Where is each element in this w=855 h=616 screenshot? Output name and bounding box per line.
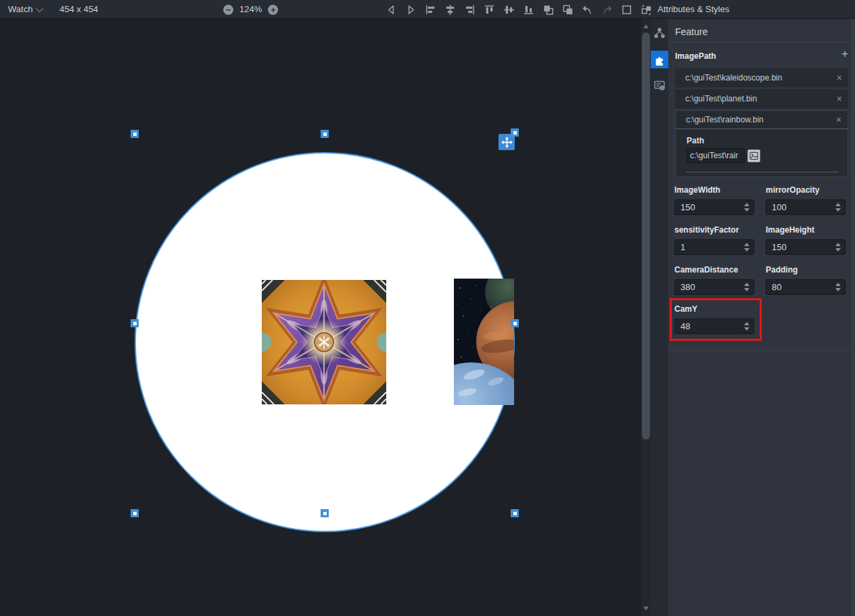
field-label: ImageWidth <box>674 185 754 195</box>
field-label: ImageHeight <box>766 225 846 235</box>
spinner-arrows[interactable] <box>835 283 845 291</box>
design-canvas[interactable] <box>0 19 641 616</box>
imagepath-item-planet[interactable]: c:\guiTest\planet.bin × <box>675 89 848 108</box>
spinner-arrows[interactable] <box>835 243 845 252</box>
field-imagewidth: ImageWidth 150 <box>674 185 754 215</box>
field-label: sensitivityFactor <box>674 225 754 235</box>
imagepath-item-rainbow-expanded: c:\guiTest\rainbow.bin × Path c:\guiTest… <box>675 110 848 177</box>
zoom-out-button[interactable]: − <box>223 5 233 15</box>
spinner-arrows[interactable] <box>744 243 754 252</box>
path-input-row: c:\guiTest\rair <box>687 148 760 163</box>
swap-component-icon[interactable] <box>639 3 653 17</box>
hierarchy-icon[interactable] <box>651 24 668 42</box>
cameradistance-input[interactable]: 380 <box>674 279 754 295</box>
send-to-back-icon[interactable] <box>561 3 575 17</box>
watch-label: Watch <box>8 0 32 19</box>
close-icon[interactable]: × <box>837 72 848 83</box>
panel-scrollbar[interactable] <box>851 19 855 616</box>
top-toolbar: Watch 454 x 454 − 124% + <box>0 0 855 19</box>
align-center-horizontal-icon[interactable] <box>443 3 457 17</box>
imagepath-value: c:\guiTest\planet.bin <box>675 94 837 103</box>
divider <box>686 172 839 172</box>
close-icon[interactable]: × <box>836 114 848 125</box>
divider <box>668 42 851 43</box>
selection-handle-top-center[interactable] <box>321 130 329 138</box>
undo-icon[interactable] <box>580 3 595 17</box>
field-label: mirrorOpacity <box>766 185 846 195</box>
imagepath-label: ImagePath <box>675 51 716 61</box>
padding-input[interactable]: 80 <box>766 279 846 295</box>
canvas-vertical-scrollbar[interactable] <box>641 19 651 616</box>
sensitivityfactor-input[interactable]: 1 <box>674 239 754 255</box>
add-imagepath-button[interactable]: + <box>839 48 851 60</box>
kaleidoscope-image[interactable] <box>262 280 386 404</box>
nav-forward-icon[interactable] <box>404 3 418 17</box>
spinner-arrows[interactable] <box>835 203 845 212</box>
field-label: CamY <box>674 304 754 314</box>
field-cameradistance: CameraDistance 380 <box>674 265 754 295</box>
feature-section-title: Feature <box>675 26 708 37</box>
scroll-up-arrow[interactable] <box>643 24 649 28</box>
imagepath-value: c:\guiTest\kaleidoscope.bin <box>675 73 837 82</box>
field-camy: CamY 48 <box>674 304 754 334</box>
imagewidth-input[interactable]: 150 <box>674 199 754 215</box>
align-top-icon[interactable] <box>482 3 496 17</box>
mirroropacity-input[interactable]: 100 <box>766 199 846 215</box>
select-rect-icon[interactable] <box>620 3 634 17</box>
image-picker-button[interactable] <box>747 149 760 162</box>
field-mirroropacity: mirrorOpacity 100 <box>766 185 846 215</box>
imageheight-input[interactable]: 150 <box>766 239 846 255</box>
zoom-in-button[interactable]: + <box>268 5 278 15</box>
imagepath-item-rainbow[interactable]: c:\guiTest\rainbow.bin × <box>676 111 848 129</box>
zoom-controls: − 124% + <box>223 0 278 19</box>
selection-handle-top-left[interactable] <box>131 130 139 138</box>
zoom-level-label: 124% <box>239 0 262 19</box>
canvas-size-label: 454 x 454 <box>60 0 98 19</box>
bring-to-front-icon[interactable] <box>541 3 555 17</box>
selection-handle-middle-right[interactable] <box>511 319 519 327</box>
imagepath-value: c:\guiTest\rainbow.bin <box>676 115 836 124</box>
attributes-panel: Feature ImagePath + c:\guiTest\kaleidosc… <box>668 19 855 616</box>
spinner-arrows[interactable] <box>744 203 754 212</box>
align-middle-vertical-icon[interactable] <box>502 3 516 17</box>
panel-icon-strip: i <box>651 19 668 616</box>
redo-icon[interactable] <box>600 3 614 17</box>
watch-dropdown[interactable]: Watch <box>8 0 41 19</box>
panel-title: Attributes & Styles <box>657 0 729 19</box>
spinner-arrows[interactable] <box>744 283 754 291</box>
chevron-down-icon <box>36 5 43 12</box>
selection-handle-bottom-left[interactable] <box>131 509 139 517</box>
path-input-value: c:\guiTest\rair <box>690 151 738 160</box>
planet-image[interactable] <box>454 279 514 405</box>
field-sensitivityfactor: sensitivityFactor 1 <box>674 225 754 255</box>
selection-handle-bottom-center[interactable] <box>321 509 329 517</box>
align-right-icon[interactable] <box>463 3 477 17</box>
selection-handle-top-right[interactable] <box>511 128 519 137</box>
nav-back-icon[interactable] <box>384 3 398 17</box>
align-bottom-icon[interactable] <box>522 3 536 17</box>
field-padding: Padding 80 <box>766 265 846 295</box>
alignment-toolbar <box>384 0 653 19</box>
imagepath-item-kaleidoscope[interactable]: c:\guiTest\kaleidoscope.bin × <box>675 68 848 87</box>
field-label: CameraDistance <box>674 265 754 275</box>
close-icon[interactable]: × <box>837 93 848 104</box>
scroll-down-arrow[interactable] <box>643 607 649 611</box>
selection-handle-bottom-right[interactable] <box>511 509 519 517</box>
spinner-arrows[interactable] <box>744 322 754 331</box>
divider <box>668 350 851 351</box>
camy-input[interactable]: 48 <box>674 318 754 334</box>
form-info-icon[interactable]: i <box>651 76 668 94</box>
selection-handle-middle-left[interactable] <box>131 319 139 327</box>
path-input[interactable]: c:\guiTest\rair <box>687 148 745 163</box>
path-field-label: Path <box>687 136 704 145</box>
puzzle-icon[interactable] <box>651 51 668 68</box>
align-left-icon[interactable] <box>423 3 438 17</box>
scrollbar-thumb[interactable] <box>642 32 650 440</box>
field-imageheight: ImageHeight 150 <box>766 225 846 255</box>
field-label: Padding <box>766 265 846 275</box>
